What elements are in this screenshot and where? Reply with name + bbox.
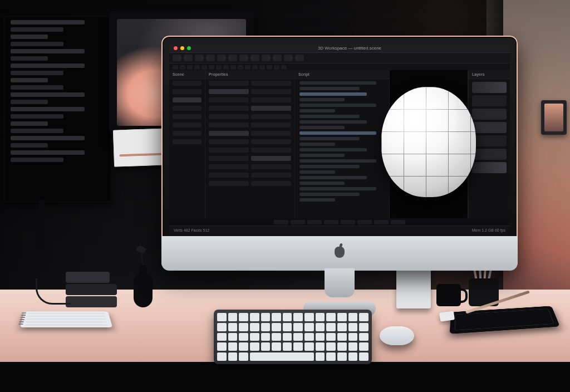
app-workspace: Scene Properties — [169, 70, 510, 218]
swatch — [472, 135, 507, 146]
app-bottom-dock — [169, 218, 510, 226]
toolbar-button — [295, 55, 304, 61]
toolbar-button — [284, 55, 293, 61]
swatch — [472, 162, 507, 173]
toolbar-button — [239, 55, 248, 61]
toolbar-button — [173, 55, 181, 61]
vase-plant — [129, 241, 157, 307]
sticky-note — [113, 128, 168, 166]
toolbar-button — [250, 55, 259, 61]
wireframe-sphere — [381, 87, 476, 197]
swatch — [472, 82, 507, 93]
status-bar: Verts 482 Faces 512 Mem 1.2 GB 60 fps — [169, 226, 510, 234]
desk-front-shadow — [0, 362, 570, 392]
app-toolbar — [169, 53, 510, 63]
imac: 3D Workspace — untitled.scene — [161, 36, 518, 336]
toolbar-button — [184, 55, 193, 61]
imac-bezel: 3D Workspace — untitled.scene — [161, 36, 518, 270]
toolbar-button — [195, 55, 204, 61]
script-panel-title: Script — [295, 70, 389, 79]
spiral-notebook — [20, 311, 113, 327]
status-right: Mem 1.2 GB 60 fps — [472, 228, 505, 232]
viewport — [390, 70, 468, 218]
window-titlebar: 3D Workspace — untitled.scene — [169, 43, 510, 53]
script-panel: Script — [295, 70, 390, 218]
properties-panel: Properties — [205, 70, 295, 218]
toolbar-button — [217, 55, 226, 61]
swatch — [472, 122, 507, 133]
zoom-dot-icon — [187, 46, 191, 50]
toolbar-button — [206, 55, 215, 61]
status-left: Verts 482 Faces 512 — [174, 228, 209, 232]
toolbar-button — [262, 55, 271, 61]
scene-panel-title: Scene — [169, 70, 205, 79]
properties-panel-title: Properties — [205, 70, 294, 79]
stacked-books — [66, 254, 117, 307]
imac-screen: 3D Workspace — untitled.scene — [169, 43, 510, 234]
swatch — [472, 149, 507, 160]
swatch — [472, 95, 507, 106]
window-title: 3D Workspace — untitled.scene — [194, 46, 505, 51]
swatch — [472, 109, 507, 120]
apple-logo-icon — [335, 247, 345, 258]
toolbar-button — [228, 55, 237, 61]
layers-panel-title: Layers — [469, 70, 510, 79]
secondary-monitor-stand — [39, 199, 45, 249]
mouse — [380, 326, 414, 345]
keyboard — [214, 310, 372, 364]
close-dot-icon — [174, 46, 178, 50]
minimize-dot-icon — [180, 46, 184, 50]
scene-panel: Scene — [169, 70, 205, 218]
toolbar-button — [273, 55, 282, 61]
workspace-illustration: 3D Workspace — untitled.scene — [0, 0, 570, 392]
small-wall-frame — [541, 100, 567, 135]
secondary-monitor — [3, 16, 112, 203]
